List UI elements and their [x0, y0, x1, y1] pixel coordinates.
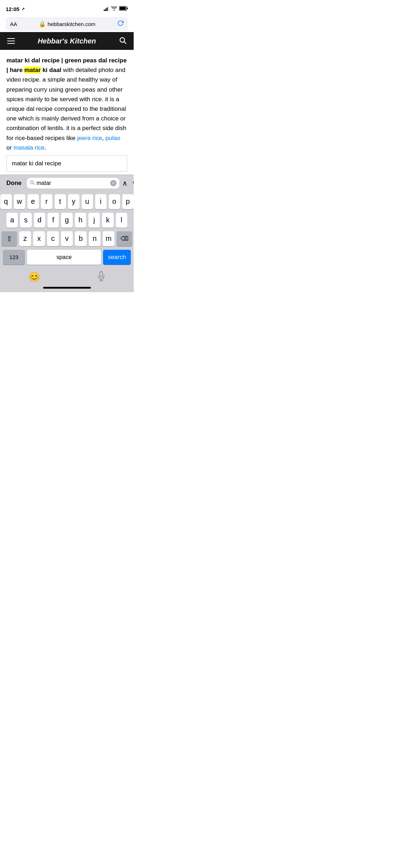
key-g[interactable]: g: [61, 213, 72, 228]
site-title: Hebbar's Kitchen: [38, 37, 96, 45]
key-o[interactable]: o: [109, 194, 120, 209]
key-d[interactable]: d: [34, 213, 45, 228]
find-clear-button[interactable]: ×: [110, 180, 117, 186]
article-paragraph: matar ki dal recipe | green peas dal rec…: [6, 56, 127, 153]
find-box-text: matar ki dal recipe: [12, 160, 61, 167]
title-part2: ki daal: [41, 67, 61, 73]
key-z[interactable]: z: [19, 231, 31, 246]
find-input-wrapper[interactable]: ×: [27, 178, 119, 188]
key-r[interactable]: r: [41, 194, 52, 209]
key-q[interactable]: q: [0, 194, 12, 209]
key-a[interactable]: a: [6, 213, 18, 228]
time-display: 12:05: [6, 6, 19, 12]
key-h[interactable]: h: [75, 213, 86, 228]
refresh-button[interactable]: [117, 20, 124, 28]
comma1: ,: [102, 135, 105, 141]
battery-icon: [119, 6, 128, 12]
status-icons: [104, 6, 128, 12]
find-search-input[interactable]: [37, 180, 108, 186]
keyboard-row-3: ⇧ z x c v b n m ⌫: [1, 231, 132, 246]
url-text: hebbarskitchen.com: [47, 21, 95, 27]
emoji-button[interactable]: 😊: [29, 272, 40, 283]
delete-key[interactable]: ⌫: [117, 231, 132, 246]
find-result-box: matar ki dal recipe: [6, 155, 127, 172]
location-arrow-icon: ↗: [21, 7, 25, 11]
key-b[interactable]: b: [75, 231, 87, 246]
keyboard-row-2: a s d f g h j k l: [1, 213, 132, 228]
svg-rect-2: [120, 7, 126, 10]
keyboard-row-1: q w e r t y u i o p: [1, 194, 132, 209]
key-n[interactable]: n: [89, 231, 101, 246]
key-l[interactable]: l: [116, 213, 127, 228]
menu-button[interactable]: [7, 38, 15, 44]
key-s[interactable]: s: [20, 213, 31, 228]
space-key[interactable]: space: [27, 250, 101, 265]
article-content: matar ki dal recipe | green peas dal rec…: [0, 50, 134, 175]
key-c[interactable]: c: [47, 231, 59, 246]
key-m[interactable]: m: [103, 231, 114, 246]
key-k[interactable]: k: [102, 213, 113, 228]
key-y[interactable]: y: [68, 194, 79, 209]
address-bar[interactable]: AA 🔒 hebbarskitchen.com: [6, 17, 128, 31]
search-key[interactable]: search: [103, 250, 131, 265]
shift-key[interactable]: ⇧: [1, 231, 17, 246]
svg-line-4: [124, 42, 126, 43]
keyboard-row-4: 123 space search: [1, 250, 132, 265]
key-t[interactable]: t: [55, 194, 66, 209]
key-w[interactable]: w: [14, 194, 25, 209]
key-p[interactable]: p: [122, 194, 134, 209]
search-button[interactable]: [119, 36, 127, 46]
status-time: 12:05 ↗: [6, 6, 25, 12]
pulao-link[interactable]: pulao: [106, 135, 120, 141]
keyboard: q w e r t y u i o p a s d f g h j k l ⇧ …: [0, 191, 134, 268]
status-bar: 12:05 ↗: [0, 0, 134, 16]
find-nav-buttons: ∧ ∨: [122, 179, 134, 187]
bottom-bar: 😊: [0, 268, 134, 285]
numbers-key[interactable]: 123: [3, 250, 25, 265]
home-indicator: [0, 285, 134, 292]
key-j[interactable]: j: [88, 213, 100, 228]
nav-bar: Hebbar's Kitchen: [0, 32, 134, 50]
highlighted-word: matar: [24, 67, 41, 73]
find-search-icon: [30, 180, 35, 186]
signal-icon: [104, 7, 109, 11]
microphone-button[interactable]: [97, 271, 105, 283]
period: .: [45, 144, 46, 151]
aa-button[interactable]: AA: [10, 21, 17, 27]
jeera-rice-link[interactable]: jeera rice: [77, 135, 102, 141]
lock-icon: 🔒: [39, 21, 46, 27]
find-bar: Done × ∧ ∨: [0, 175, 134, 191]
svg-line-6: [33, 184, 34, 185]
key-u[interactable]: u: [82, 194, 93, 209]
address-center: 🔒 hebbarskitchen.com: [17, 21, 117, 27]
key-f[interactable]: f: [47, 213, 59, 228]
key-x[interactable]: x: [33, 231, 45, 246]
body-text: with detailed photo and video recipe. a …: [6, 67, 126, 141]
svg-rect-1: [127, 7, 128, 9]
key-i[interactable]: i: [95, 194, 107, 209]
wifi-icon: [111, 6, 117, 12]
done-button[interactable]: Done: [4, 178, 24, 188]
home-bar: [43, 287, 91, 289]
key-e[interactable]: e: [27, 194, 39, 209]
or-text: or: [6, 144, 14, 151]
find-prev-button[interactable]: ∧: [122, 179, 128, 187]
find-next-button[interactable]: ∨: [132, 179, 134, 187]
svg-rect-7: [100, 272, 103, 277]
key-v[interactable]: v: [61, 231, 73, 246]
masala-rice-link[interactable]: masala rice: [14, 144, 45, 151]
